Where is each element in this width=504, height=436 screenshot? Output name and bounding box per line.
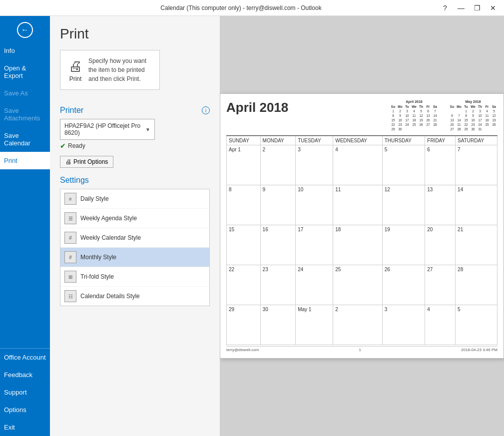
calendar-day-cell: 3 (382, 305, 425, 345)
style-item-trifold[interactable]: ⊞ Tri-fold Style (60, 267, 209, 287)
footer-email: terry@diswell.com (226, 348, 259, 352)
daily-style-label: Daily Style (80, 195, 109, 202)
day-number: 6 (427, 147, 453, 152)
printer-dropdown-arrow: ▼ (145, 127, 150, 132)
col-saturday: SATURDAY (456, 136, 498, 145)
sidebar-item-save-attachments: Save Attachments (0, 102, 50, 127)
print-options-icon: 🖨 (65, 158, 71, 165)
restore-button[interactable]: ❐ (470, 1, 484, 15)
sidebar-item-support[interactable]: Support (0, 384, 50, 401)
sidebar-item-exit[interactable]: Exit (0, 419, 50, 436)
monthly-style-label: Monthly Style (80, 254, 116, 261)
monthly-style-icon: # (64, 251, 76, 263)
day-number: 28 (458, 267, 495, 272)
day-number: May 1 (298, 307, 331, 312)
calendar-day-cell: 21 (456, 225, 498, 265)
sidebar-item-save-as: Save As (0, 84, 50, 102)
calendar-day-cell: 4 (425, 305, 456, 345)
info-icon[interactable]: i (202, 106, 210, 114)
day-number: 24 (298, 267, 331, 272)
calendar-day-cell: 26 (382, 265, 425, 305)
day-number: 14 (458, 187, 495, 192)
calendar-day-cell: 23 (260, 265, 296, 305)
sidebar-item-options[interactable]: Options (0, 401, 50, 419)
calendar-week-row: 891011121314 (227, 185, 498, 225)
day-number: 27 (427, 267, 453, 272)
back-button[interactable]: ← (15, 20, 35, 40)
day-number: 13 (427, 187, 453, 192)
weekly-calendar-style-icon: # (64, 232, 76, 244)
printer-icon: 🖨 (68, 58, 82, 74)
calendar-day-cell: 18 (333, 225, 382, 265)
printer-selector[interactable]: HPA2F9A2 (HP Officejet Pro 8620) ▼ (60, 119, 155, 140)
calendar-day-cell: 4 (333, 145, 382, 185)
calendar-day-cell: 14 (456, 185, 498, 225)
day-number: 23 (263, 267, 294, 272)
style-item-weekly-calendar[interactable]: # Weekly Calendar Style (60, 228, 209, 248)
calendar-footer: terry@diswell.com 1 2018-04-23 3:46 PM (226, 346, 498, 352)
print-options-button[interactable]: 🖨 Print Options (60, 156, 113, 168)
print-title: Print (60, 26, 210, 42)
day-number: 21 (458, 227, 495, 232)
sidebar-item-save-calendar[interactable]: Save Calendar (0, 127, 50, 152)
day-number: 20 (427, 227, 453, 232)
printer-section-title: Printer i (60, 106, 210, 115)
ready-checkmark: ✔ (60, 142, 66, 150)
sidebar-item-print[interactable]: Print (0, 152, 50, 169)
calendar-day-cell: 6 (425, 145, 456, 185)
ready-text: Ready (68, 142, 85, 149)
calendar-table: SUNDAY MONDAY TUESDAY WEDNESDAY THURSDAY… (226, 136, 498, 345)
app-body: ← Info Open & Export Save As Save Attach… (0, 16, 504, 436)
col-monday: MONDAY (260, 136, 296, 145)
sidebar-item-open-export[interactable]: Open & Export (0, 59, 50, 84)
calendar-day-cell: 8 (227, 185, 261, 225)
col-friday: FRIDAY (425, 136, 456, 145)
printer-name: HPA2F9A2 (HP Officejet Pro 8620) (64, 122, 145, 136)
minimize-button[interactable]: — (454, 1, 468, 15)
calendar-day-cell: 22 (227, 265, 261, 305)
print-icon-inner: 🖨 Print (68, 58, 82, 82)
print-left-panel: Print 🖨 Print Specify how you want the i… (50, 16, 220, 436)
help-button[interactable]: ? (438, 1, 452, 15)
weekly-agenda-style-label: Weekly Agenda Style (80, 215, 137, 222)
calendar-day-cell: 25 (333, 265, 382, 305)
calendar-day-cell: 30 (260, 305, 296, 345)
day-number: 3 (298, 147, 331, 152)
close-button[interactable]: ✕ (486, 1, 500, 15)
calendar-day-cell: 27 (425, 265, 456, 305)
calendar-day-cell: 13 (425, 185, 456, 225)
day-number: 11 (335, 187, 380, 192)
col-thursday: THURSDAY (382, 136, 425, 145)
sidebar-item-office-account[interactable]: Office Account (0, 349, 50, 366)
preview-area: April 2018 April 2018 Su Mo Tu We (220, 16, 504, 436)
calendar-day-cell: 2 (333, 305, 382, 345)
day-number: 5 (458, 307, 495, 312)
day-number: 10 (298, 187, 331, 192)
day-number: 12 (385, 187, 423, 192)
mini-may-grid: Su Mo Tu We Th Fr Sa 12345 6789101112 (449, 104, 498, 131)
col-sunday: SUNDAY (227, 136, 261, 145)
style-item-details[interactable]: ☷ Calendar Details Style (60, 287, 209, 306)
calendar-day-cell: 2 (260, 145, 296, 185)
sidebar-item-info[interactable]: Info (0, 42, 50, 59)
details-style-label: Calendar Details Style (80, 293, 140, 300)
calendar-day-cell: 10 (296, 185, 333, 225)
sidebar: ← Info Open & Export Save As Save Attach… (0, 16, 50, 436)
sidebar-item-feedback[interactable]: Feedback (0, 366, 50, 384)
style-item-monthly[interactable]: # Monthly Style (60, 248, 209, 267)
calendar-preview: April 2018 April 2018 Su Mo Tu We (220, 93, 504, 359)
printer-status: ✔ Ready (60, 142, 210, 150)
title-bar: Calendar (This computer only) - terry@di… (0, 0, 504, 16)
mini-calendar-may: May 2018 Su Mo Tu We Th Fr Sa 12345 (449, 100, 498, 131)
style-item-weekly-agenda[interactable]: ☰ Weekly Agenda Style (60, 209, 209, 228)
calendar-day-cell: 5 (456, 305, 498, 345)
print-description: Specify how you want the item to be prin… (88, 56, 151, 83)
content-area: Print 🖨 Print Specify how you want the i… (50, 16, 504, 436)
day-number: 8 (229, 187, 258, 192)
style-item-daily[interactable]: ≡ Daily Style (60, 189, 209, 209)
calendar-day-cell: 24 (296, 265, 333, 305)
day-number: 29 (229, 307, 258, 312)
col-tuesday: TUESDAY (296, 136, 333, 145)
day-number: 2 (335, 307, 380, 312)
day-number: 26 (385, 267, 423, 272)
